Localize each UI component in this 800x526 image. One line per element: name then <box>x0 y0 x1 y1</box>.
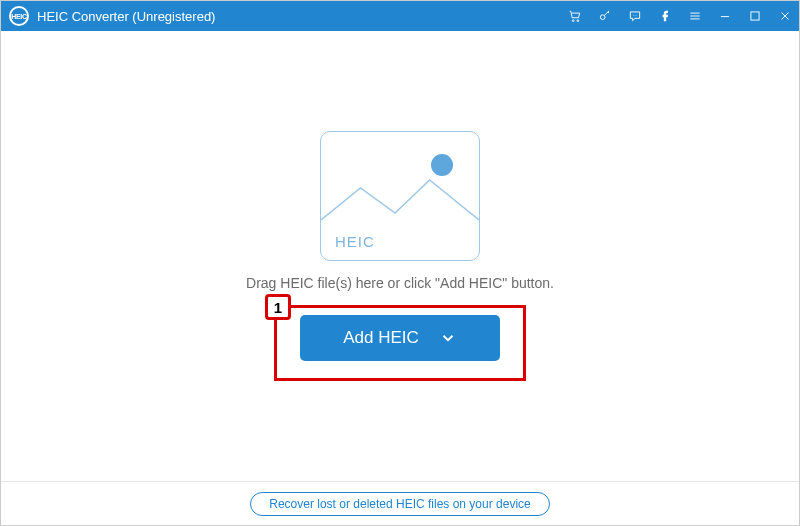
svg-point-0 <box>572 20 574 22</box>
svg-point-2 <box>600 15 605 20</box>
app-title: HEIC Converter (Unregistered) <box>37 9 215 24</box>
annotation-number: 1 <box>265 294 291 320</box>
add-heic-button[interactable]: Add HEIC <box>300 315 500 361</box>
svg-point-5 <box>636 15 637 16</box>
footer: Recover lost or deleted HEIC files on yo… <box>1 481 799 525</box>
titlebar: HEIC HEIC Converter (Unregistered) <box>1 1 799 31</box>
image-placeholder-icon: HEIC <box>320 131 480 261</box>
key-icon[interactable] <box>597 8 613 24</box>
drop-instruction-text: Drag HEIC file(s) here or click "Add HEI… <box>246 275 554 291</box>
facebook-icon[interactable] <box>657 8 673 24</box>
svg-point-4 <box>635 15 636 16</box>
placeholder-label: HEIC <box>335 233 375 250</box>
close-icon[interactable] <box>777 8 793 24</box>
recover-link[interactable]: Recover lost or deleted HEIC files on yo… <box>250 492 549 516</box>
svg-point-3 <box>633 15 634 16</box>
add-heic-button-label: Add HEIC <box>343 328 419 348</box>
maximize-icon[interactable] <box>747 8 763 24</box>
app-window: HEIC HEIC Converter (Unregistered) <box>0 0 800 526</box>
chevron-down-icon <box>439 329 457 347</box>
add-button-area: 1 Add HEIC <box>274 305 526 381</box>
app-logo-icon: HEIC <box>9 6 29 26</box>
drop-zone[interactable]: HEIC Drag HEIC file(s) here or click "Ad… <box>1 31 799 481</box>
svg-point-1 <box>577 20 579 22</box>
minimize-icon[interactable] <box>717 8 733 24</box>
feedback-icon[interactable] <box>627 8 643 24</box>
menu-icon[interactable] <box>687 8 703 24</box>
cart-icon[interactable] <box>567 8 583 24</box>
titlebar-actions <box>567 8 793 24</box>
svg-rect-6 <box>751 12 759 20</box>
